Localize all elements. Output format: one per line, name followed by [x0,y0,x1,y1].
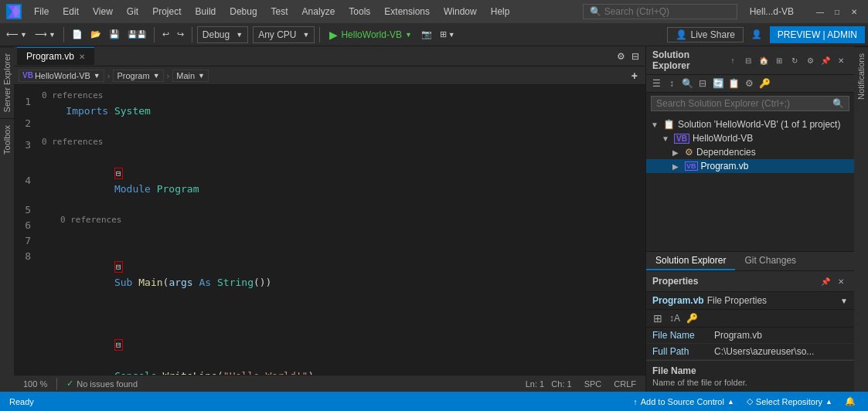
tree-item-dependencies[interactable]: ▶ ⚙ Dependencies [646,145,854,159]
win-controls: — □ ✕ [812,4,862,19]
sol-exp-pin-button[interactable]: 📌 [819,53,832,67]
editor-tab-program-vb[interactable]: Program.vb ✕ [17,47,94,65]
sidebar-item-notifications[interactable]: Notifications [854,46,868,106]
properties-file-dropdown[interactable]: ▼ [840,297,848,305]
minimize-button[interactable]: — [812,4,828,19]
status-ready: Ready [9,397,34,406]
undo-button[interactable]: ↩ [159,28,172,41]
zoom-level[interactable]: 100 % [20,379,50,389]
maximize-button[interactable]: □ [829,4,845,19]
sol-exp-toolbar-btn-2[interactable]: ⊟ [741,53,755,67]
props-key-btn[interactable]: 🔑 [685,311,699,325]
sol-exp-toolbar-btn-6[interactable]: ⚙ [803,53,817,67]
tree-item-program-vb-label: Program.vb [701,161,749,172]
tree-item-solution[interactable]: ▼ 📋 Solution 'HelloWorld-VB' (1 of 1 pro… [646,117,854,131]
sol-tool-7[interactable]: ⚙ [742,76,756,90]
back-button[interactable]: ⟵ ▼ [3,28,30,41]
nav-project-dropdown[interactable]: VB HelloWorld-VB ▼ [19,70,104,82]
sol-exp-toolbar-btn-1[interactable]: ↑ [726,53,740,67]
new-file-button[interactable]: 📄 [69,28,86,41]
select-repository-button[interactable]: ◇ Select Repository ▲ [744,396,836,406]
tab-solution-explorer[interactable]: Solution Explorer [646,252,735,270]
open-file-button[interactable]: 📂 [87,28,104,41]
menu-git[interactable]: Git [121,5,145,19]
run-button[interactable]: ▶ HelloWorld-VB ▼ [325,27,416,42]
status-sep-1 [56,378,57,390]
type-program: Program [157,183,199,195]
nav-project-label: HelloWorld-VB [35,71,90,80]
app-window: File Edit View Git Project Build Debug T… [0,0,868,411]
code-line-2 [42,119,630,134]
editor-tab-close[interactable]: ✕ [79,53,85,61]
menu-project[interactable]: Project [146,5,187,19]
spc-indicator[interactable]: SPC [581,379,605,389]
app-icon [6,4,22,19]
close-button[interactable]: ✕ [846,4,862,19]
sol-exp-toolbar-btn-5[interactable]: ↻ [788,53,802,67]
props-grid-btn[interactable]: ⊞ [651,311,665,325]
sol-exp-close-button[interactable]: ✕ [834,53,848,67]
prop-value-fullpath: C:\Users\azureuser\so... [714,346,848,357]
tree-item-program-vb[interactable]: ▶ VB Program.vb [646,159,854,173]
code-content[interactable]: 0 references Imports System 0 references… [36,85,636,375]
toolbar-extra-button[interactable]: ⊞ ▼ [437,28,458,41]
sidebar-item-toolbox[interactable]: Toolbox [0,118,14,161]
title-search-input[interactable] [604,6,713,17]
menu-edit[interactable]: Edit [56,5,85,19]
preview-admin-button[interactable]: PREVIEW | ADMIN [770,26,865,43]
save-all-button[interactable]: 💾💾 [124,29,149,40]
menu-file[interactable]: File [28,5,55,19]
debug-config-dropdown[interactable]: Debug ▼ [197,26,248,43]
forward-button[interactable]: ⟶ ▼ [32,28,59,41]
menu-extensions[interactable]: Extensions [378,5,436,19]
toolbar-sep-3 [192,27,192,42]
sol-tool-6[interactable]: 📋 [727,76,740,90]
menu-analyze[interactable]: Analyze [296,5,342,19]
menu-view[interactable]: View [87,5,119,19]
sol-tool-8[interactable]: 🔑 [757,76,771,90]
forward-icon: ⟶ [35,29,47,39]
editor-scrollbar[interactable] [636,85,645,375]
ch-label: Ch: 1 [551,379,571,389]
editor-tab-config-button[interactable]: ⚙ [614,49,628,63]
expand-sub-icon[interactable]: ⊟ [114,261,123,273]
sol-tool-3[interactable]: 🔍 [680,76,694,90]
nav-add-button[interactable]: + [628,68,641,83]
account-button[interactable]: 👤 [748,28,765,41]
editor-split-button[interactable]: ⊟ [628,49,642,63]
sol-tool-1[interactable]: ☰ [649,76,663,90]
sidebar-item-server-explorer[interactable]: Server Explorer [0,46,14,118]
nav-class-dropdown[interactable]: Program ▼ [113,70,163,82]
sol-exp-toolbar-btn-4[interactable]: ⊞ [772,53,786,67]
solution-explorer-search-input[interactable] [656,98,829,109]
live-share-button[interactable]: 👤 Live Share [667,27,743,42]
sol-tool-2[interactable]: ↕ [665,76,679,90]
props-pin-button[interactable]: 📌 [819,274,832,288]
crlf-indicator[interactable]: CRLF [611,379,639,389]
tree-item-project[interactable]: ▼ VB HelloWorld-VB [646,131,854,145]
save-button[interactable]: 💾 [106,28,123,41]
platform-dropdown[interactable]: Any CPU ▼ [253,26,315,43]
properties-desc-title: File Name [652,365,848,376]
menu-help[interactable]: Help [485,5,516,19]
add-to-source-control-button[interactable]: ↑ Add to Source Control ▲ [630,397,737,406]
expand-console-icon[interactable]: ⊟ [114,339,123,351]
toolbar-camera-button[interactable]: 📷 [418,28,435,41]
redo-button[interactable]: ↪ [174,28,187,41]
expand-module-icon[interactable]: ⊟ [114,168,123,179]
menu-build[interactable]: Build [189,5,223,19]
props-close-button[interactable]: ✕ [834,274,848,288]
menu-window[interactable]: Window [437,5,483,19]
nav-method-dropdown[interactable]: Main ▼ [172,70,209,82]
sol-exp-toolbar-btn-3[interactable]: 🏠 [757,53,771,67]
menu-tools[interactable]: Tools [342,5,376,19]
menu-test[interactable]: Test [265,5,294,19]
sol-tool-4[interactable]: ⊟ [696,76,710,90]
tab-git-changes[interactable]: Git Changes [735,252,805,270]
type-console: Console [114,370,157,375]
props-sort-btn[interactable]: ↕A [668,311,682,325]
sol-tool-5[interactable]: 🔄 [711,76,725,90]
line-numbers: 1 2 3 4 5 6 7 8 [14,85,36,375]
menu-debug[interactable]: Debug [223,5,263,19]
notification-bell-button[interactable]: 🔔 [842,396,859,406]
